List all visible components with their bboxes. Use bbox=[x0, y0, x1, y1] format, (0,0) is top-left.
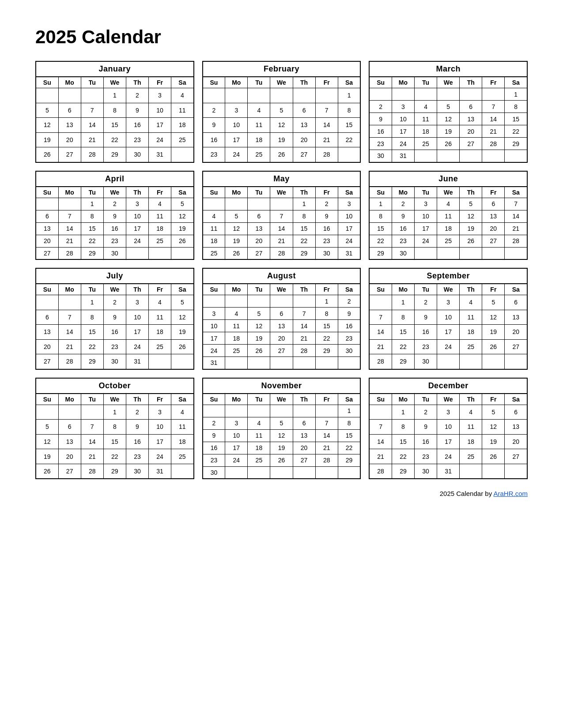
calendar-day: 6 bbox=[505, 405, 527, 420]
calendar-day: 1 bbox=[293, 198, 315, 210]
calendar-day: 19 bbox=[482, 325, 505, 340]
table-row: 19202122232425 bbox=[36, 132, 194, 147]
calendar-day: 31 bbox=[392, 150, 414, 162]
calendar-day: 8 bbox=[392, 310, 414, 325]
calendar-day: 8 bbox=[369, 210, 392, 222]
day-header-sa: Sa bbox=[505, 284, 527, 295]
day-header-mo: Mo bbox=[225, 187, 248, 198]
calendar-day: 17 bbox=[415, 222, 437, 235]
calendar-day bbox=[482, 88, 505, 101]
table-row: 18192021222324 bbox=[203, 235, 361, 247]
calendar-day: 20 bbox=[460, 125, 482, 138]
calendar-day: 1 bbox=[369, 198, 392, 210]
footer: 2025 Calendar by AraHR.com bbox=[35, 490, 528, 497]
calendar-day: 24 bbox=[203, 345, 225, 357]
footer-link[interactable]: AraHR.com bbox=[493, 490, 528, 497]
calendar-day: 31 bbox=[148, 464, 171, 479]
calendar-day bbox=[225, 466, 248, 479]
calendar-day bbox=[58, 405, 81, 420]
calendar-day: 4 bbox=[148, 295, 171, 310]
calendar-day: 27 bbox=[248, 247, 270, 259]
calendar-day: 21 bbox=[58, 235, 81, 247]
calendar-day: 11 bbox=[203, 222, 225, 235]
month-name-march: March bbox=[369, 61, 527, 77]
day-header-we: We bbox=[270, 394, 293, 405]
calendar-day: 26 bbox=[437, 138, 460, 150]
calendar-day: 30 bbox=[392, 247, 414, 259]
day-header-we: We bbox=[270, 187, 293, 198]
page-title: 2025 Calendar bbox=[35, 26, 528, 48]
month-name-july: July bbox=[36, 268, 194, 284]
day-header-tu: Tu bbox=[81, 394, 103, 405]
calendar-day: 10 bbox=[203, 320, 225, 332]
day-header-th: Th bbox=[460, 77, 482, 88]
day-header-mo: Mo bbox=[225, 77, 248, 88]
table-row: 3031 bbox=[369, 150, 527, 162]
calendar-day: 26 bbox=[460, 235, 482, 247]
calendar-day: 14 bbox=[270, 222, 293, 235]
calendar-day: 11 bbox=[148, 210, 171, 222]
day-header-tu: Tu bbox=[81, 284, 103, 295]
day-header-su: Su bbox=[369, 187, 392, 198]
calendar-day: 28 bbox=[81, 464, 103, 479]
table-row: 13141516171819 bbox=[36, 325, 194, 340]
calendar-day: 10 bbox=[225, 429, 248, 442]
calendar-day: 30 bbox=[203, 466, 225, 479]
day-header-tu: Tu bbox=[415, 394, 437, 405]
calendar-day: 21 bbox=[482, 125, 505, 138]
day-header-tu: Tu bbox=[248, 187, 270, 198]
calendar-day: 9 bbox=[203, 429, 225, 442]
calendar-day: 2 bbox=[415, 295, 437, 310]
calendar-day: 21 bbox=[81, 132, 103, 147]
calendar-day: 22 bbox=[369, 235, 392, 247]
calendar-day: 3 bbox=[148, 405, 171, 420]
calendar-day: 5 bbox=[171, 198, 194, 210]
calendar-day: 15 bbox=[103, 434, 126, 449]
calendar-day: 21 bbox=[505, 222, 527, 235]
calendar-day: 9 bbox=[392, 210, 414, 222]
calendar-day: 24 bbox=[392, 138, 414, 150]
day-header-we: We bbox=[437, 394, 460, 405]
calendar-day: 5 bbox=[36, 103, 58, 118]
day-header-su: Su bbox=[36, 187, 58, 198]
calendar-day: 23 bbox=[103, 339, 126, 354]
month-name-september: September bbox=[369, 268, 527, 284]
calendar-day: 28 bbox=[58, 247, 81, 259]
calendar-day: 26 bbox=[248, 345, 270, 357]
table-row: 22232425262728 bbox=[369, 235, 527, 247]
calendar-day: 13 bbox=[270, 320, 293, 332]
day-header-we: We bbox=[437, 284, 460, 295]
calendar-day bbox=[460, 150, 482, 162]
calendar-day: 21 bbox=[81, 449, 103, 464]
calendar-day: 5 bbox=[437, 101, 460, 113]
calendar-day: 19 bbox=[437, 125, 460, 138]
calendar-day: 5 bbox=[482, 405, 505, 420]
table-row: 123456 bbox=[369, 405, 527, 420]
calendar-day: 7 bbox=[293, 308, 315, 320]
calendar-day: 20 bbox=[293, 442, 315, 454]
calendar-day: 16 bbox=[315, 222, 338, 235]
calendar-day bbox=[270, 405, 293, 417]
day-header-fr: Fr bbox=[482, 394, 505, 405]
calendar-day: 23 bbox=[315, 235, 338, 247]
calendar-day: 10 bbox=[437, 310, 460, 325]
table-row: 21222324252627 bbox=[369, 339, 527, 354]
calendar-day bbox=[369, 88, 392, 101]
calendar-day: 1 bbox=[81, 295, 103, 310]
calendar-day: 12 bbox=[171, 210, 194, 222]
calendar-day: 4 bbox=[203, 210, 225, 222]
calendar-day: 22 bbox=[392, 449, 414, 464]
calendar-day: 3 bbox=[225, 103, 248, 118]
calendar-day: 2 bbox=[203, 103, 225, 118]
calendar-day: 1 bbox=[392, 295, 414, 310]
calendar-day: 10 bbox=[148, 103, 171, 118]
calendar-day: 7 bbox=[81, 420, 103, 435]
calendar-day: 29 bbox=[81, 247, 103, 259]
day-header-fr: Fr bbox=[148, 187, 171, 198]
calendar-day: 16 bbox=[415, 325, 437, 340]
calendar-day: 10 bbox=[126, 310, 148, 325]
day-header-mo: Mo bbox=[392, 77, 414, 88]
calendar-day: 12 bbox=[482, 420, 505, 435]
calendar-day: 16 bbox=[415, 434, 437, 449]
calendar-day: 20 bbox=[248, 235, 270, 247]
